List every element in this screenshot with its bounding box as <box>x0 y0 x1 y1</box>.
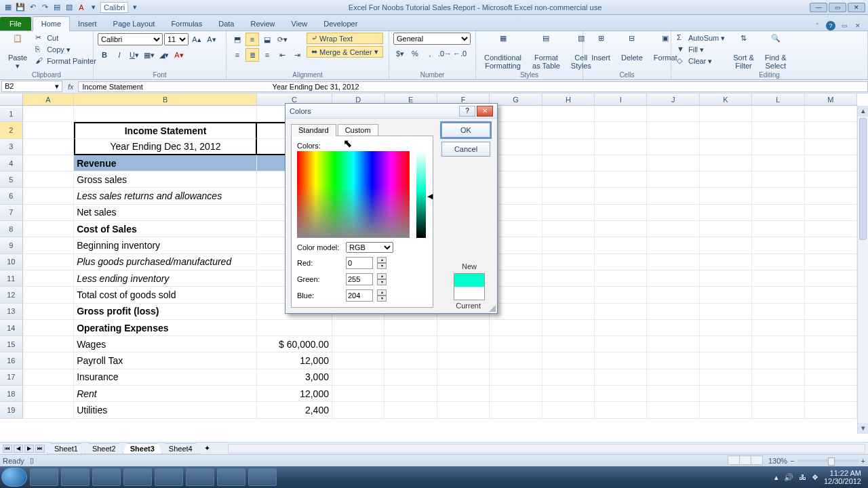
cell-M2[interactable] <box>805 122 857 138</box>
cell-I9[interactable] <box>595 237 647 253</box>
delete-cells-button[interactable]: ⊟Delete <box>617 33 647 63</box>
cell-G18[interactable] <box>490 386 542 402</box>
cell-C18[interactable]: 12,000 <box>257 386 332 402</box>
cell-B18[interactable]: Rent <box>74 386 257 402</box>
row-header[interactable]: 19 <box>0 402 23 418</box>
cell-I2[interactable] <box>595 122 647 138</box>
row-header[interactable]: 9 <box>0 237 23 253</box>
cell-J11[interactable] <box>647 270 699 287</box>
cell-B10[interactable]: Plus goods purchased/manufactured <box>74 254 257 270</box>
cell-K16[interactable] <box>700 352 752 369</box>
cell-K19[interactable] <box>700 402 752 418</box>
cell-L7[interactable] <box>752 205 804 221</box>
cell-A1[interactable] <box>23 106 74 122</box>
sheet-nav-next-icon[interactable]: ▶ <box>24 445 34 453</box>
cell-E18[interactable] <box>384 386 437 402</box>
cell-K7[interactable] <box>700 205 752 221</box>
cell-K3[interactable] <box>700 139 752 155</box>
sheet-tab-sheet2[interactable]: Sheet2 <box>85 443 123 454</box>
cell-K1[interactable] <box>700 106 752 122</box>
cell-A3[interactable] <box>23 139 74 155</box>
cell-A14[interactable] <box>23 320 74 336</box>
autosum-button[interactable]: ΣAutoSum▾ <box>675 33 726 43</box>
cell-I4[interactable] <box>595 155 647 171</box>
cell-A12[interactable] <box>23 287 74 303</box>
cell-D19[interactable] <box>332 402 384 418</box>
col-header-L[interactable]: L <box>752 94 804 105</box>
col-header-K[interactable]: K <box>700 94 752 105</box>
cell-J16[interactable] <box>647 352 699 369</box>
cell-M3[interactable] <box>805 139 857 155</box>
cell-K5[interactable] <box>700 171 752 188</box>
cell-L13[interactable] <box>752 304 804 320</box>
cell-L9[interactable] <box>752 237 804 253</box>
row-header[interactable]: 8 <box>0 221 23 237</box>
cell-F18[interactable] <box>437 386 490 402</box>
cell-J7[interactable] <box>647 205 699 221</box>
cell-B16[interactable]: Payroll Tax <box>74 352 257 369</box>
cell-I14[interactable] <box>595 320 647 336</box>
dialog-close-button[interactable]: ✕ <box>477 106 493 117</box>
row-header[interactable]: 16 <box>0 352 23 369</box>
cell-M17[interactable] <box>805 369 857 386</box>
cell-I8[interactable] <box>595 221 647 237</box>
grow-font-icon[interactable]: A▴ <box>190 33 203 46</box>
cell-M9[interactable] <box>805 237 857 253</box>
cell-A9[interactable] <box>23 237 74 253</box>
cell-B15[interactable]: Wages <box>74 336 257 352</box>
minimize-ribbon-icon[interactable]: ˄ <box>812 21 822 30</box>
cell-M18[interactable] <box>805 386 857 402</box>
col-header-I[interactable]: I <box>595 94 647 105</box>
cell-J4[interactable] <box>647 155 699 171</box>
macro-record-icon[interactable]: ▯ <box>30 456 34 465</box>
dialog-help-button[interactable]: ? <box>459 106 475 117</box>
tray-volume-icon[interactable]: 🔊 <box>784 473 793 481</box>
cell-J6[interactable] <box>647 188 699 204</box>
cell-H19[interactable] <box>542 402 595 418</box>
cell-B7[interactable]: Net sales <box>74 205 257 221</box>
cell-M8[interactable] <box>805 221 857 237</box>
tab-page-layout[interactable]: Page Layout <box>105 17 163 30</box>
cell-B13[interactable]: Gross profit (loss) <box>74 304 257 320</box>
cell-B9[interactable]: Beginning inventory <box>74 237 257 253</box>
view-buttons[interactable] <box>728 455 763 466</box>
color-model-select[interactable]: RGB <box>346 242 393 253</box>
cell-L15[interactable] <box>752 336 804 352</box>
cell-D17[interactable] <box>332 369 384 386</box>
align-left-icon[interactable]: ≡ <box>231 48 244 62</box>
cell-A11[interactable] <box>23 270 74 287</box>
dialog-tab-custom[interactable]: Custom <box>338 124 378 136</box>
col-header-M[interactable]: M <box>805 94 857 105</box>
cell-J18[interactable] <box>647 386 699 402</box>
cell-D15[interactable] <box>332 336 384 352</box>
cell-H7[interactable] <box>542 205 595 221</box>
cell-A2[interactable] <box>23 122 74 138</box>
row-header[interactable]: 1 <box>0 106 23 122</box>
cell-I17[interactable] <box>595 369 647 386</box>
cell-K2[interactable] <box>700 122 752 138</box>
row-header[interactable]: 2 <box>0 122 23 138</box>
cell-B14[interactable]: Operating Expenses <box>74 320 257 336</box>
cell-M1[interactable] <box>805 106 857 122</box>
row-header[interactable]: 4 <box>0 155 23 171</box>
fill-button[interactable]: ▼Fill▾ <box>675 44 726 55</box>
col-header-H[interactable]: H <box>542 94 595 105</box>
cell-L2[interactable] <box>752 122 804 138</box>
taskbar-explorer[interactable] <box>61 468 90 486</box>
col-header-J[interactable]: J <box>647 94 699 105</box>
cell-C19[interactable]: 2,400 <box>257 402 332 418</box>
cell-M7[interactable] <box>805 205 857 221</box>
cell-M13[interactable] <box>805 304 857 320</box>
percent-icon[interactable]: % <box>408 47 422 60</box>
zoom-in-icon[interactable]: + <box>861 457 865 465</box>
cell-H17[interactable] <box>542 369 595 386</box>
cell-L1[interactable] <box>752 106 804 122</box>
cell-I15[interactable] <box>595 336 647 352</box>
row-header[interactable]: 5 <box>0 171 23 188</box>
conditional-formatting-button[interactable]: ▦Conditional Formatting <box>480 33 526 71</box>
fill-color-button[interactable]: ◢▾ <box>157 48 171 62</box>
font-color-button[interactable]: A▾ <box>172 48 186 62</box>
save-icon[interactable]: 💾 <box>15 2 26 13</box>
cell-A18[interactable] <box>23 386 74 402</box>
zoom-slider[interactable] <box>797 460 859 462</box>
